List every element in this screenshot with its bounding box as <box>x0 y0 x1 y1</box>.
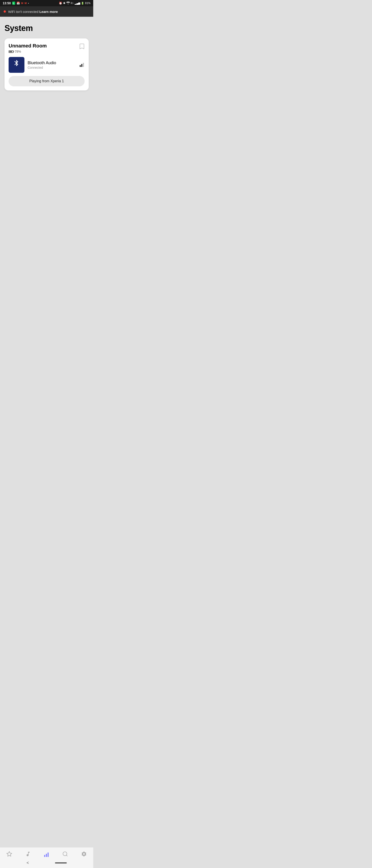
notification-message: WiFi isn't connected <box>8 10 39 13</box>
bluetooth-icon: ✱ <box>63 2 65 5</box>
gmail2-icon: M <box>25 2 27 4</box>
room-name: Unnamed Room <box>8 43 47 49</box>
status-right: ⏰ ✱ R↑ ▂▄▆ 🔋 81% <box>59 2 90 5</box>
dot-icon: • <box>28 2 29 4</box>
svg-rect-2 <box>83 63 84 67</box>
bookmark-icon[interactable] <box>79 43 85 51</box>
page-title: System <box>4 24 89 33</box>
wifi-error-dot <box>4 10 6 13</box>
room-info: Unnamed Room 78% <box>8 43 47 53</box>
signal-icon: R↑ <box>71 2 74 4</box>
notification-banner[interactable]: WiFi isn't connected Learn more <box>0 6 93 17</box>
device-status: Connected <box>28 66 77 69</box>
cell-icon: ▂▄▆ <box>75 2 80 5</box>
status-left: 13:50 L 📅 M M • <box>3 1 29 5</box>
battery-icon: 🔋 <box>81 2 84 5</box>
battery-percent-label: 78% <box>15 50 21 53</box>
device-info: Bluetooth Audio Connected <box>28 61 77 69</box>
wifi-icon <box>66 2 70 5</box>
notification-text: WiFi isn't connected Learn more <box>8 10 58 13</box>
device-icon-box <box>8 57 24 73</box>
playing-from-button[interactable]: Playing from Xperia 1 <box>8 76 85 86</box>
battery-percent: 81% <box>85 2 90 5</box>
room-battery: 78% <box>8 50 47 53</box>
gmail-icon: M <box>21 2 23 4</box>
signal-strength-icon <box>80 62 85 68</box>
bluetooth-icon <box>13 59 20 70</box>
device-name: Bluetooth Audio <box>28 61 77 65</box>
room-header: Unnamed Room 78% <box>8 43 85 53</box>
line-icon: L <box>12 2 15 5</box>
calendar-icon: 📅 <box>17 2 20 5</box>
notification-link[interactable]: Learn more <box>39 10 58 13</box>
device-row[interactable]: Bluetooth Audio Connected <box>8 57 85 73</box>
battery-indicator-icon <box>8 51 13 53</box>
svg-rect-0 <box>80 65 81 67</box>
battery-fill <box>9 51 12 52</box>
status-bar: 13:50 L 📅 M M • ⏰ ✱ R↑ ▂▄▆ 🔋 81% <box>0 0 93 6</box>
status-time: 13:50 <box>3 1 11 5</box>
main-content: System Unnamed Room 78% <box>0 17 93 113</box>
alarm-icon: ⏰ <box>59 2 62 5</box>
room-card[interactable]: Unnamed Room 78% <box>4 38 89 90</box>
battery-body <box>8 51 13 53</box>
svg-rect-1 <box>81 64 82 67</box>
